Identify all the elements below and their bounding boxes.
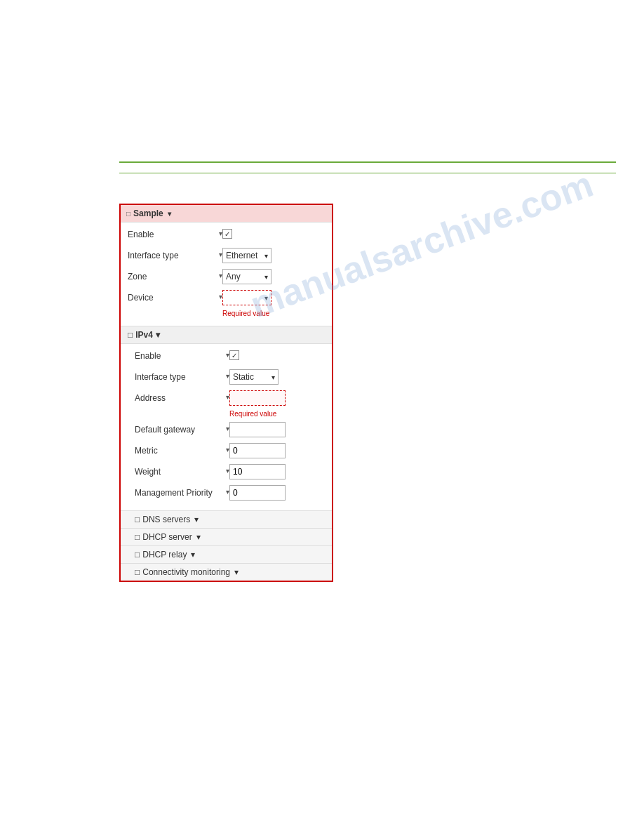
ipv4-title: IPv4 xyxy=(135,330,153,340)
sample-device-required-label: Required value xyxy=(222,310,325,317)
sample-device-label: Device xyxy=(128,290,219,303)
ipv4-metric-control xyxy=(229,443,325,458)
ipv4-address-input[interactable] xyxy=(229,390,286,406)
ipv4-enable-checkbox[interactable] xyxy=(229,350,239,360)
dhcp-server-dropdown-icon: ▾ xyxy=(196,532,201,542)
sample-zone-row: Zone ▾ Any ▾ xyxy=(128,269,325,286)
connectivity-monitoring-label: Connectivity monitoring xyxy=(142,567,230,577)
ipv4-weight-control xyxy=(229,464,325,479)
sample-enable-checkbox[interactable] xyxy=(222,229,232,239)
ipv4-interface-type-dropdown-arrow: ▾ xyxy=(271,373,275,381)
form-panel: □ Sample ▾ Enable ▾ Interface type ▾ Eth… xyxy=(119,204,333,582)
sample-zone-dropdown-arrow: ▾ xyxy=(264,273,268,281)
dhcp-relay-dropdown-icon: ▾ xyxy=(191,550,195,560)
ipv4-address-row: Address ▾ Required value xyxy=(135,390,325,418)
sample-dropdown-icon[interactable]: ▾ xyxy=(168,210,171,218)
ipv4-interface-type-row: Interface type ▾ Static ▾ xyxy=(135,369,325,386)
sample-device-select[interactable]: ▾ xyxy=(222,290,271,305)
connectivity-monitoring-section[interactable]: □ Connectivity monitoring ▾ xyxy=(121,563,332,581)
ipv4-address-label: Address xyxy=(135,390,226,403)
sample-zone-value: Any xyxy=(226,272,241,282)
ipv4-metric-row: Metric ▾ xyxy=(135,443,325,460)
ipv4-weight-row: Weight ▾ xyxy=(135,464,325,481)
green-line-bottom xyxy=(119,173,616,173)
dhcp-relay-section[interactable]: □ DHCP relay ▾ xyxy=(121,545,332,563)
ipv4-interface-type-value: Static xyxy=(233,372,254,382)
connectivity-monitoring-collapse-icon: □ xyxy=(135,567,140,577)
connectivity-monitoring-dropdown-icon: ▾ xyxy=(234,567,239,577)
sample-interface-type-control: Ethernet ▾ xyxy=(222,248,325,263)
ipv4-interface-type-control: Static ▾ xyxy=(229,369,325,385)
dhcp-relay-collapse-icon: □ xyxy=(135,550,140,560)
ipv4-weight-input[interactable] xyxy=(229,464,286,479)
ipv4-address-required-label: Required value xyxy=(229,410,325,418)
ipv4-enable-control xyxy=(229,348,325,360)
sample-enable-label: Enable xyxy=(128,227,219,239)
ipv4-metric-label: Metric xyxy=(135,443,226,456)
dns-servers-label: DNS servers xyxy=(142,515,190,524)
sample-zone-select[interactable]: Any ▾ xyxy=(222,269,271,284)
sample-title: Sample xyxy=(133,208,163,218)
sample-interface-type-value: Ethernet xyxy=(226,251,257,260)
sample-zone-label: Zone xyxy=(128,269,219,282)
ipv4-enable-label: Enable xyxy=(135,348,226,361)
sample-collapse-icon[interactable]: □ xyxy=(126,210,130,218)
ipv4-address-control: Required value xyxy=(229,390,325,418)
sample-device-control: ▾ Required value xyxy=(222,290,325,317)
ipv4-management-priority-label: Management Priority xyxy=(135,485,226,498)
ipv4-default-gateway-control xyxy=(229,422,325,437)
ipv4-default-gateway-input[interactable] xyxy=(229,422,286,437)
sample-interface-type-row: Interface type ▾ Ethernet ▾ xyxy=(128,248,325,265)
ipv4-weight-label: Weight xyxy=(135,464,226,477)
ipv4-enable-row: Enable ▾ xyxy=(135,348,325,365)
ipv4-dropdown-icon[interactable]: ▾ xyxy=(156,330,160,340)
dns-servers-dropdown-icon: ▾ xyxy=(194,515,199,524)
sample-device-dropdown-arrow: ▾ xyxy=(264,294,268,302)
ipv4-interface-type-label: Interface type xyxy=(135,369,226,382)
ipv4-metric-input[interactable] xyxy=(229,443,286,458)
ipv4-default-gateway-row: Default gateway ▾ xyxy=(135,422,325,439)
ipv4-interface-type-select[interactable]: Static ▾ xyxy=(229,369,279,385)
dhcp-server-collapse-icon: □ xyxy=(135,532,140,542)
sample-enable-row: Enable ▾ xyxy=(128,227,325,244)
sample-interface-type-select[interactable]: Ethernet ▾ xyxy=(222,248,271,263)
sample-interface-type-dropdown-arrow: ▾ xyxy=(264,252,268,260)
sample-form-body: Enable ▾ Interface type ▾ Ethernet ▾ xyxy=(121,223,332,326)
dhcp-relay-label: DHCP relay xyxy=(142,550,187,560)
sample-section-header[interactable]: □ Sample ▾ xyxy=(121,205,332,223)
sample-interface-type-label: Interface type xyxy=(128,248,219,260)
dhcp-server-section[interactable]: □ DHCP server ▾ xyxy=(121,528,332,545)
ipv4-management-priority-row: Management Priority ▾ xyxy=(135,485,325,502)
green-line-top xyxy=(119,161,616,163)
page-container: manualsarchive.com □ Sample ▾ Enable ▾ I… xyxy=(0,0,644,834)
dns-servers-collapse-icon: □ xyxy=(135,515,140,524)
ipv4-management-priority-control xyxy=(229,485,325,501)
sample-device-row: Device ▾ ▾ Required value xyxy=(128,290,325,317)
dns-servers-section[interactable]: □ DNS servers ▾ xyxy=(121,510,332,528)
ipv4-default-gateway-label: Default gateway xyxy=(135,422,226,435)
ipv4-section-header[interactable]: □ IPv4 ▾ xyxy=(121,326,332,344)
ipv4-form-body: Enable ▾ Interface type ▾ Static ▾ xyxy=(121,344,332,510)
dhcp-server-label: DHCP server xyxy=(142,532,192,542)
ipv4-management-priority-input[interactable] xyxy=(229,485,286,501)
ipv4-collapse-icon[interactable]: □ xyxy=(128,330,133,340)
sample-zone-control: Any ▾ xyxy=(222,269,325,284)
sample-enable-control xyxy=(222,227,325,239)
